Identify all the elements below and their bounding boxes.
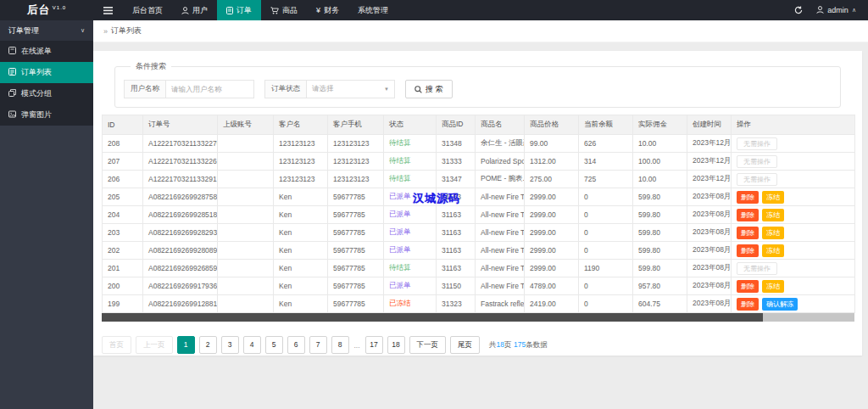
topnav-items: 后台首页 用户 订单 商品 ¥ 财务 系统管理 [123,0,398,20]
page-number-button[interactable]: 18 [387,336,405,354]
brand-logo: 后台V1.0 [0,0,93,20]
sidebar-group-order-management[interactable]: 订单管理 ∨ [0,20,93,41]
column-header: 状态 [384,115,437,135]
page-number-button[interactable]: 6 [287,336,305,354]
delete-button[interactable]: 删除 [737,227,759,239]
nav-item-system[interactable]: 系统管理 [348,0,398,20]
freeze-button[interactable]: 冻结 [762,280,784,293]
page-number-button[interactable]: 1 [177,336,195,354]
status-badge: 已派单 [389,192,411,200]
cell-customer: Ken [274,260,328,277]
cell-product_id: 31163 [437,260,476,277]
nav-item-users[interactable]: 用户 [172,0,217,20]
cell-commission: 10.00 [633,171,687,188]
column-header: 操作 [732,115,855,135]
cell-product: All-new Fire T... [476,206,525,224]
page-number-button[interactable]: 8 [331,336,349,354]
freeze-button[interactable]: 冻结 [762,191,784,204]
table-row: 202A08221692699280898Ken59677785已派单31163… [103,242,855,260]
column-header: ID [103,115,143,135]
table-row: 205A08221692699287580Ken59677785已派单31163… [103,188,855,206]
page-number-button[interactable]: 17 [365,336,383,354]
username-input[interactable] [166,80,254,98]
page-last-button[interactable]: 尾页 [450,336,480,354]
pagination-items-unit: 条数据 [526,340,548,349]
cell-price: 2999.00 [525,260,579,277]
refresh-icon[interactable] [794,6,803,14]
nav-item-orders[interactable]: 订单 [217,0,261,20]
admin-menu[interactable]: admin ∧ [816,6,856,15]
cell-product_id: 31323 [437,295,476,313]
page-number-button[interactable]: 2 [199,336,217,354]
sidebar-item-mode-group[interactable]: 模式分组 [0,83,93,104]
cell-balance: 0 [579,188,633,206]
admin-username: admin [827,6,849,14]
scrollbar-thumb[interactable] [102,313,763,322]
cell-commission: 599.80 [633,206,687,224]
page-numbers: 12345678...1718 [177,336,405,354]
cell-id: 205 [103,188,143,206]
cell-customer: Ken [274,206,328,224]
chevron-down-icon: ∨ [81,27,85,34]
cell-commission: 604.75 [633,295,687,313]
cart-icon [270,7,279,14]
cell-product: Fastrack refle... [476,295,525,313]
cell-actions: 删除冻结 [732,224,855,242]
nav-item-home[interactable]: 后台首页 [123,0,172,20]
cell-commission: 957.80 [633,277,687,295]
cell-phone: 123123123 [328,135,384,153]
delete-button[interactable]: 删除 [737,191,759,204]
delete-button[interactable]: 删除 [737,209,759,221]
user-icon [181,7,189,14]
cell-balance: 0 [579,224,633,242]
cell-created: 2023年08月 [687,277,732,295]
cell-product: All-new Fire T... [476,242,525,260]
search-icon [415,86,422,93]
cell-price: 2999.00 [525,224,579,242]
cell-id: 202 [103,242,143,260]
username-label: 用户名称 [124,80,166,98]
sidebar-item-online-dispatch[interactable]: 在线派单 [0,41,93,62]
nav-item-label: 订单 [236,5,252,16]
freeze-button[interactable]: 冻结 [762,227,784,239]
delete-button[interactable]: 删除 [737,280,759,293]
page-number-button[interactable]: 3 [221,336,239,354]
cell-commission: 599.80 [633,188,687,206]
cell-created: 2023年08月 [687,206,732,224]
order-status-select[interactable]: 请选择 ▼ [307,80,395,98]
unfreeze-button[interactable]: 确认解冻 [762,298,798,311]
sidebar-item-popup-image[interactable]: 弹窗图片 [0,104,93,126]
cell-parent [218,277,274,295]
column-header: 客户手机 [328,115,384,135]
page-number-button[interactable]: 7 [309,336,327,354]
person-icon [816,6,824,15]
hamburger-button[interactable] [93,0,123,20]
content-area: » 订单列表 条件搜索 用户名称 订单状态 请选择 ▼ [93,20,868,409]
nav-item-products[interactable]: 商品 [261,0,307,20]
sidebar-item-order-list[interactable]: 订单列表 [0,62,93,83]
cell-price: 2419.00 [525,295,579,313]
column-header: 订单号 [143,115,218,135]
hamburger-icon [103,3,113,18]
image-icon [8,110,16,120]
nav-item-finance[interactable]: ¥ 财务 [307,0,348,20]
cell-created: 2023年12月 [687,135,732,153]
page-first-button: 首页 [102,336,131,354]
cell-balance: 1190 [579,260,633,277]
delete-button[interactable]: 删除 [737,298,759,311]
page-number-button[interactable]: 4 [243,336,261,354]
cell-id: 204 [103,206,143,224]
page-next-button[interactable]: 下一页 [409,336,447,354]
search-button[interactable]: 搜 索 [405,80,453,98]
cell-parent [218,135,274,153]
cell-price: 99.00 [525,135,579,153]
cell-customer: 123123123 [274,135,328,153]
delete-button[interactable]: 删除 [737,244,759,257]
cell-phone: 59677785 [328,295,384,313]
cell-product: Polarized Spo... [476,153,525,171]
freeze-button[interactable]: 冻结 [762,244,784,257]
sidebar-item-label: 弹窗图片 [21,109,52,120]
cell-created: 2023年08月 [687,242,732,260]
freeze-button[interactable]: 冻结 [762,209,784,221]
page-number-button[interactable]: 5 [265,336,283,354]
